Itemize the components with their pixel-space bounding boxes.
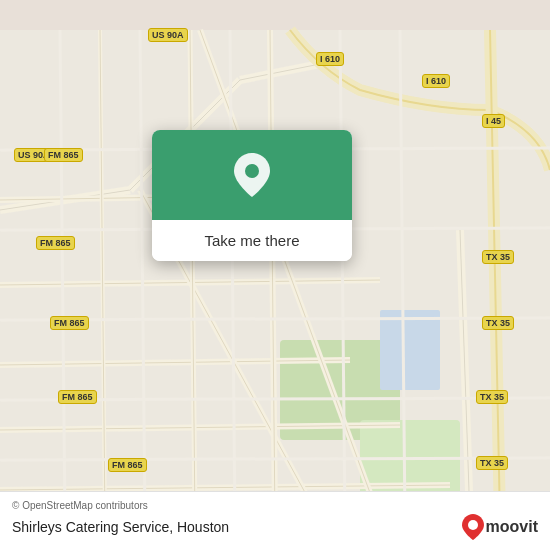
moovit-pin-icon [462, 514, 484, 540]
popup-card: Take me there [152, 130, 352, 261]
road-badge: FM 865 [108, 458, 147, 472]
place-info: Shirleys Catering Service, Houston moovi… [12, 514, 538, 540]
map-svg [0, 0, 550, 550]
road-badge: FM 865 [44, 148, 83, 162]
road-badge: TX 35 [482, 250, 514, 264]
road-badge: TX 35 [482, 316, 514, 330]
road-badge: FM 865 [50, 316, 89, 330]
road-badge: US 90A [148, 28, 188, 42]
svg-line-44 [0, 458, 550, 460]
bottom-bar: © OpenStreetMap contributors Shirleys Ca… [0, 491, 550, 550]
moovit-text: moovit [486, 518, 538, 536]
take-me-there-button[interactable]: Take me there [152, 220, 352, 261]
map-container: US 90AUS 90AI 610I 610I 45TX 35TX 35TX 3… [0, 0, 550, 550]
road-badge: FM 865 [36, 236, 75, 250]
place-name: Shirleys Catering Service, Houston [12, 519, 229, 535]
moovit-logo: moovit [462, 514, 538, 540]
road-badge: TX 35 [476, 390, 508, 404]
road-badge: TX 35 [476, 456, 508, 470]
location-pin-icon [234, 153, 270, 197]
road-badge: I 45 [482, 114, 505, 128]
attribution-text: © OpenStreetMap contributors [12, 500, 538, 511]
popup-header [152, 130, 352, 220]
svg-point-45 [245, 164, 259, 178]
road-badge: I 610 [316, 52, 344, 66]
road-badge: I 610 [422, 74, 450, 88]
road-badge: FM 865 [58, 390, 97, 404]
svg-point-46 [468, 520, 478, 530]
svg-rect-4 [380, 310, 440, 390]
